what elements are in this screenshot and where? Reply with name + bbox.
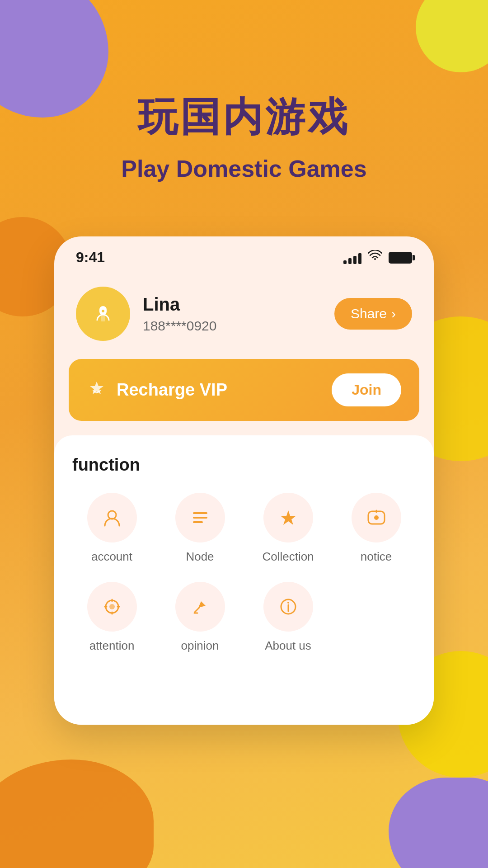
function-title: function: [72, 455, 416, 475]
svg-rect-7: [193, 521, 203, 523]
notice-icon: [352, 493, 401, 542]
wifi-icon: [368, 250, 382, 265]
account-label: account: [91, 550, 132, 564]
blob-orange-bottom: [0, 760, 154, 868]
account-icon: [87, 493, 137, 542]
collection-label: Collection: [262, 550, 314, 564]
function-item-collection[interactable]: Collection: [249, 493, 328, 564]
node-icon: [175, 493, 225, 542]
opinion-icon: [175, 582, 225, 632]
about-label: About us: [265, 639, 311, 653]
status-icons: [343, 250, 412, 265]
svg-line-17: [195, 608, 199, 612]
profile-left: Lina 188****0920: [76, 287, 217, 341]
svg-rect-3: [101, 315, 105, 321]
profile-name: Lina: [143, 294, 217, 315]
phone-mockup: 9:41: [54, 236, 434, 725]
svg-point-9: [374, 515, 379, 520]
collection-icon: [263, 493, 313, 542]
status-bar: 9:41: [54, 236, 434, 273]
avatar: [76, 287, 130, 341]
function-item-account[interactable]: account: [72, 493, 151, 564]
title-english: Play Domestic Games: [121, 155, 366, 182]
profile-info: Lina 188****0920: [143, 294, 217, 334]
signal-icon: [343, 251, 361, 264]
vip-left: Recharge VIP: [87, 378, 227, 402]
join-button[interactable]: Join: [332, 373, 401, 406]
attention-icon: [87, 582, 137, 632]
blob-purple-br: [389, 778, 488, 868]
svg-rect-5: [193, 512, 207, 514]
svg-point-16: [109, 604, 115, 609]
function-item-notice[interactable]: notice: [337, 493, 416, 564]
profile-phone: 188****0920: [143, 318, 217, 334]
function-section: function account: [54, 435, 434, 725]
notice-label: notice: [361, 550, 392, 564]
share-button[interactable]: Share ›: [334, 298, 412, 330]
vip-icon: [87, 378, 107, 402]
chevron-right-icon: ›: [391, 306, 396, 321]
svg-point-21: [287, 602, 289, 604]
attention-label: attention: [89, 639, 135, 653]
about-icon: [263, 582, 313, 632]
opinion-label: opinion: [181, 639, 219, 653]
vip-label: Recharge VIP: [117, 380, 227, 400]
status-time: 9:41: [76, 249, 105, 266]
title-chinese: 玩国内游戏: [138, 90, 350, 144]
function-item-opinion[interactable]: opinion: [160, 582, 239, 653]
battery-icon: [389, 252, 412, 264]
function-item-attention[interactable]: attention: [72, 582, 151, 653]
function-item-node[interactable]: Node: [160, 493, 239, 564]
function-grid-row2: attention opinion: [72, 582, 416, 653]
svg-point-4: [108, 511, 116, 519]
profile-section: Lina 188****0920 Share ›: [54, 273, 434, 359]
function-grid-row1: account Node: [72, 493, 416, 564]
main-content: 玩国内游戏 Play Domestic Games 9:41: [0, 0, 488, 725]
svg-point-2: [102, 310, 104, 312]
function-item-empty: [337, 582, 416, 653]
svg-rect-6: [193, 517, 207, 519]
function-item-about[interactable]: About us: [249, 582, 328, 653]
node-label: Node: [186, 550, 214, 564]
vip-banner: Recharge VIP Join: [69, 359, 419, 421]
